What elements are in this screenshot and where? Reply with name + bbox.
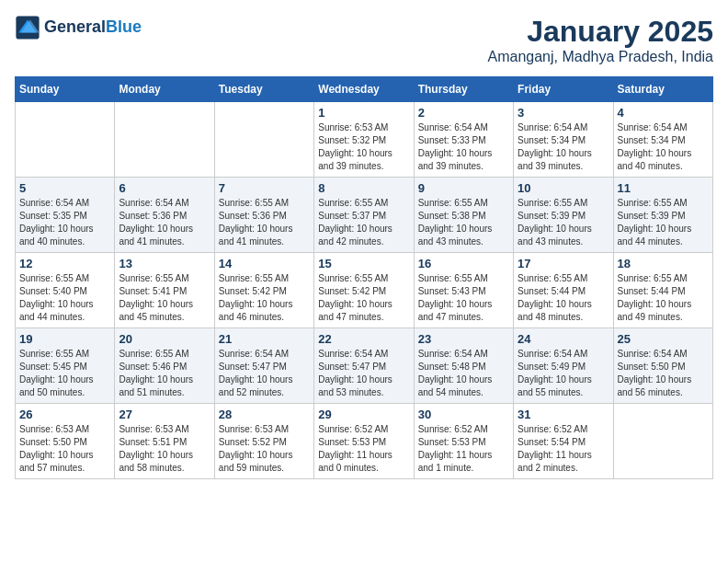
calendar-cell: 8Sunrise: 6:55 AM Sunset: 5:37 PM Daylig… bbox=[314, 178, 414, 253]
day-info: Sunrise: 6:54 AM Sunset: 5:36 PM Dayligh… bbox=[119, 197, 210, 248]
calendar-cell: 22Sunrise: 6:54 AM Sunset: 5:47 PM Dayli… bbox=[314, 328, 414, 404]
calendar-week-row: 26Sunrise: 6:53 AM Sunset: 5:50 PM Dayli… bbox=[16, 404, 713, 479]
day-number: 13 bbox=[119, 257, 210, 270]
calendar-cell: 14Sunrise: 6:55 AM Sunset: 5:42 PM Dayli… bbox=[214, 253, 313, 328]
day-number: 24 bbox=[518, 332, 609, 346]
calendar-cell: 9Sunrise: 6:55 AM Sunset: 5:38 PM Daylig… bbox=[414, 178, 513, 253]
day-number: 11 bbox=[618, 181, 709, 195]
month-title: January 2025 bbox=[488, 15, 713, 49]
calendar-cell bbox=[16, 102, 115, 178]
day-info: Sunrise: 6:55 AM Sunset: 5:41 PM Dayligh… bbox=[119, 272, 210, 324]
weekday-label: Friday bbox=[514, 77, 613, 102]
day-number: 7 bbox=[219, 181, 310, 195]
weekday-label: Tuesday bbox=[214, 77, 313, 102]
day-info: Sunrise: 6:54 AM Sunset: 5:48 PM Dayligh… bbox=[418, 348, 509, 399]
calendar-cell: 26Sunrise: 6:53 AM Sunset: 5:50 PM Dayli… bbox=[16, 404, 115, 479]
calendar-cell: 23Sunrise: 6:54 AM Sunset: 5:48 PM Dayli… bbox=[414, 328, 513, 404]
day-number: 16 bbox=[418, 257, 509, 270]
calendar-cell: 30Sunrise: 6:52 AM Sunset: 5:53 PM Dayli… bbox=[414, 404, 513, 479]
weekday-label: Saturday bbox=[613, 77, 712, 102]
day-info: Sunrise: 6:52 AM Sunset: 5:54 PM Dayligh… bbox=[518, 423, 609, 475]
day-number: 12 bbox=[19, 257, 110, 270]
day-number: 19 bbox=[19, 332, 110, 346]
day-info: Sunrise: 6:53 AM Sunset: 5:32 PM Dayligh… bbox=[318, 121, 409, 173]
calendar-cell: 3Sunrise: 6:54 AM Sunset: 5:34 PM Daylig… bbox=[514, 102, 613, 178]
day-info: Sunrise: 6:55 AM Sunset: 5:39 PM Dayligh… bbox=[518, 197, 609, 248]
day-number: 22 bbox=[318, 332, 409, 346]
day-number: 28 bbox=[219, 408, 310, 421]
day-number: 2 bbox=[418, 106, 509, 120]
day-info: Sunrise: 6:55 AM Sunset: 5:44 PM Dayligh… bbox=[518, 272, 609, 324]
day-number: 8 bbox=[318, 181, 409, 195]
day-info: Sunrise: 6:55 AM Sunset: 5:37 PM Dayligh… bbox=[318, 197, 409, 248]
calendar-cell: 1Sunrise: 6:53 AM Sunset: 5:32 PM Daylig… bbox=[314, 102, 414, 178]
day-number: 15 bbox=[318, 257, 409, 270]
calendar-table: SundayMondayTuesdayWednesdayThursdayFrid… bbox=[15, 76, 713, 479]
day-number: 31 bbox=[518, 408, 609, 421]
day-number: 4 bbox=[618, 106, 709, 120]
day-info: Sunrise: 6:55 AM Sunset: 5:38 PM Dayligh… bbox=[418, 197, 509, 248]
calendar-cell: 15Sunrise: 6:55 AM Sunset: 5:42 PM Dayli… bbox=[314, 253, 414, 328]
day-number: 27 bbox=[119, 408, 210, 421]
logo: GeneralBlue bbox=[15, 15, 142, 40]
day-number: 3 bbox=[518, 106, 609, 120]
day-number: 6 bbox=[119, 181, 210, 195]
day-info: Sunrise: 6:54 AM Sunset: 5:35 PM Dayligh… bbox=[19, 197, 110, 248]
logo-icon bbox=[15, 15, 40, 40]
calendar-week-row: 12Sunrise: 6:55 AM Sunset: 5:40 PM Dayli… bbox=[16, 253, 713, 328]
calendar-body: 1Sunrise: 6:53 AM Sunset: 5:32 PM Daylig… bbox=[16, 102, 713, 479]
day-info: Sunrise: 6:54 AM Sunset: 5:47 PM Dayligh… bbox=[318, 348, 409, 399]
calendar-cell: 16Sunrise: 6:55 AM Sunset: 5:43 PM Dayli… bbox=[414, 253, 513, 328]
calendar-cell: 6Sunrise: 6:54 AM Sunset: 5:36 PM Daylig… bbox=[115, 178, 214, 253]
calendar-cell: 21Sunrise: 6:54 AM Sunset: 5:47 PM Dayli… bbox=[214, 328, 313, 404]
day-number: 30 bbox=[418, 408, 509, 421]
day-number: 10 bbox=[518, 181, 609, 195]
day-info: Sunrise: 6:55 AM Sunset: 5:42 PM Dayligh… bbox=[318, 272, 409, 324]
weekday-label: Sunday bbox=[16, 77, 115, 102]
calendar-week-row: 1Sunrise: 6:53 AM Sunset: 5:32 PM Daylig… bbox=[16, 102, 713, 178]
day-info: Sunrise: 6:55 AM Sunset: 5:45 PM Dayligh… bbox=[19, 348, 110, 399]
day-info: Sunrise: 6:54 AM Sunset: 5:50 PM Dayligh… bbox=[618, 348, 709, 399]
logo-text: GeneralBlue bbox=[44, 18, 142, 37]
calendar-cell bbox=[115, 102, 214, 178]
day-info: Sunrise: 6:55 AM Sunset: 5:39 PM Dayligh… bbox=[618, 197, 709, 248]
calendar-cell: 31Sunrise: 6:52 AM Sunset: 5:54 PM Dayli… bbox=[514, 404, 613, 479]
day-info: Sunrise: 6:54 AM Sunset: 5:34 PM Dayligh… bbox=[518, 121, 609, 173]
calendar-cell: 28Sunrise: 6:53 AM Sunset: 5:52 PM Dayli… bbox=[214, 404, 313, 479]
day-number: 26 bbox=[19, 408, 110, 421]
calendar-cell: 13Sunrise: 6:55 AM Sunset: 5:41 PM Dayli… bbox=[115, 253, 214, 328]
day-number: 14 bbox=[219, 257, 310, 270]
location: Amanganj, Madhya Pradesh, India bbox=[488, 49, 713, 65]
day-info: Sunrise: 6:55 AM Sunset: 5:44 PM Dayligh… bbox=[618, 272, 709, 324]
day-number: 21 bbox=[219, 332, 310, 346]
calendar-cell: 12Sunrise: 6:55 AM Sunset: 5:40 PM Dayli… bbox=[16, 253, 115, 328]
day-number: 23 bbox=[418, 332, 509, 346]
weekday-label: Monday bbox=[115, 77, 214, 102]
day-number: 25 bbox=[618, 332, 709, 346]
day-info: Sunrise: 6:55 AM Sunset: 5:43 PM Dayligh… bbox=[418, 272, 509, 324]
day-number: 1 bbox=[318, 106, 409, 120]
day-info: Sunrise: 6:52 AM Sunset: 5:53 PM Dayligh… bbox=[318, 423, 409, 475]
calendar-cell: 11Sunrise: 6:55 AM Sunset: 5:39 PM Dayli… bbox=[613, 178, 712, 253]
calendar-cell: 2Sunrise: 6:54 AM Sunset: 5:33 PM Daylig… bbox=[414, 102, 513, 178]
calendar-cell: 17Sunrise: 6:55 AM Sunset: 5:44 PM Dayli… bbox=[514, 253, 613, 328]
calendar-cell: 27Sunrise: 6:53 AM Sunset: 5:51 PM Dayli… bbox=[115, 404, 214, 479]
day-number: 29 bbox=[318, 408, 409, 421]
calendar-cell: 5Sunrise: 6:54 AM Sunset: 5:35 PM Daylig… bbox=[16, 178, 115, 253]
title-block: January 2025 Amanganj, Madhya Pradesh, I… bbox=[488, 15, 713, 65]
page-header: GeneralBlue January 2025 Amanganj, Madhy… bbox=[15, 15, 713, 65]
calendar-cell: 10Sunrise: 6:55 AM Sunset: 5:39 PM Dayli… bbox=[514, 178, 613, 253]
day-info: Sunrise: 6:54 AM Sunset: 5:49 PM Dayligh… bbox=[518, 348, 609, 399]
weekday-label: Wednesday bbox=[314, 77, 414, 102]
day-info: Sunrise: 6:55 AM Sunset: 5:46 PM Dayligh… bbox=[119, 348, 210, 399]
calendar-week-row: 19Sunrise: 6:55 AM Sunset: 5:45 PM Dayli… bbox=[16, 328, 713, 404]
calendar-cell: 19Sunrise: 6:55 AM Sunset: 5:45 PM Dayli… bbox=[16, 328, 115, 404]
calendar-cell: 24Sunrise: 6:54 AM Sunset: 5:49 PM Dayli… bbox=[514, 328, 613, 404]
calendar-cell bbox=[613, 404, 712, 479]
day-info: Sunrise: 6:54 AM Sunset: 5:33 PM Dayligh… bbox=[418, 121, 509, 173]
day-info: Sunrise: 6:54 AM Sunset: 5:34 PM Dayligh… bbox=[618, 121, 709, 173]
day-number: 20 bbox=[119, 332, 210, 346]
calendar-week-row: 5Sunrise: 6:54 AM Sunset: 5:35 PM Daylig… bbox=[16, 178, 713, 253]
day-info: Sunrise: 6:52 AM Sunset: 5:53 PM Dayligh… bbox=[418, 423, 509, 475]
calendar-cell: 29Sunrise: 6:52 AM Sunset: 5:53 PM Dayli… bbox=[314, 404, 414, 479]
